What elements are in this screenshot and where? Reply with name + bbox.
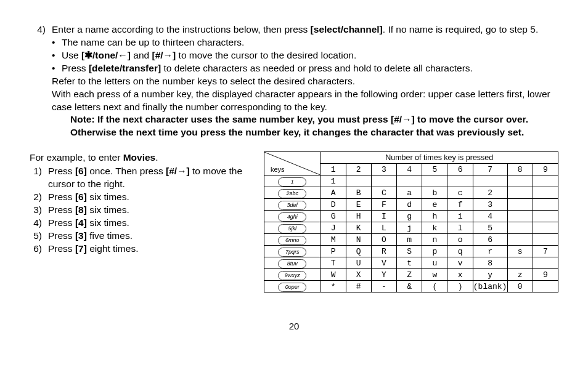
table-header-row: keys Number of times key is pressed: [264, 152, 558, 164]
example-step-body: Press [8] six times.: [48, 204, 264, 217]
b2b: [✱/tone/←]: [81, 50, 131, 60]
col-header: 5: [422, 164, 447, 175]
char-cell: [533, 199, 558, 211]
char-cell: A: [321, 187, 346, 199]
char-cell: [533, 222, 558, 234]
char-cell: [397, 175, 422, 187]
key-cell: 4ghi: [264, 211, 321, 222]
char-table: keys Number of times key is pressed 1234…: [264, 151, 558, 292]
char-cell: t: [397, 257, 422, 269]
key-pill: 3def: [278, 201, 306, 210]
ex-ia: For example, to enter: [30, 152, 123, 163]
key-pill: 8tuv: [278, 259, 306, 268]
example-step: 6)Press [7] eight times.: [30, 243, 264, 256]
key-cell: 7pqrs: [264, 246, 321, 257]
example-step-num: 1): [30, 165, 48, 191]
char-cell: d: [397, 199, 422, 211]
char-cell: (blank): [473, 281, 507, 292]
table-title: Number of times key is pressed: [321, 152, 558, 164]
char-cell: [507, 211, 533, 222]
table-body: 112abcABCabc23defDEFdef34ghiGHIghi45jklJ…: [264, 175, 558, 292]
b2d: [#/→]: [152, 50, 176, 60]
char-cell: S: [397, 246, 422, 257]
b2c: and: [131, 50, 152, 60]
char-cell: f: [447, 199, 473, 211]
char-cell: O: [371, 234, 396, 246]
char-cell: 3: [473, 199, 507, 211]
key-pill: 7pqrs: [278, 248, 306, 257]
char-cell: [533, 175, 558, 187]
char-cell: F: [371, 199, 396, 211]
example-steps: 1)Press [6] once. Then press [#/→] to mo…: [30, 165, 264, 255]
char-cell: M: [321, 234, 346, 246]
char-cell: #: [346, 281, 371, 292]
refer-line: Refer to the letters on the number keys …: [52, 75, 558, 88]
bullet-dot: •: [52, 62, 62, 75]
key-cell: 3def: [264, 199, 321, 211]
bullet-2-text: Use [✱/tone/←] and [#/→] to move the cur…: [62, 49, 356, 62]
char-cell: [473, 175, 507, 187]
char-cell: s: [507, 246, 533, 257]
s4-l1b: [select/channel]: [311, 24, 383, 34]
char-cell: (: [422, 281, 447, 292]
char-cell: u: [422, 257, 447, 269]
ex-ib: Movies: [123, 152, 156, 163]
char-cell: p: [422, 246, 447, 257]
char-cell: &: [397, 281, 422, 292]
bullet-1: • The name can be up to thirteen charact…: [52, 36, 558, 49]
note-line-2: Otherwise the next time you press the nu…: [70, 126, 558, 139]
press-order-line: With each press of a number key, the dis…: [52, 88, 558, 114]
col-header: 4: [397, 164, 422, 175]
char-cell: y: [473, 269, 507, 281]
note-line-1: Note: If the next character uses the sam…: [70, 113, 558, 126]
char-cell: E: [346, 199, 371, 211]
char-cell: r: [473, 246, 507, 257]
char-cell: J: [321, 222, 346, 234]
example-step-num: 2): [30, 191, 48, 204]
char-cell: j: [397, 222, 422, 234]
key-cell: 8tuv: [264, 257, 321, 269]
char-cell: U: [346, 257, 371, 269]
char-cell: v: [447, 257, 473, 269]
char-cell: w: [422, 269, 447, 281]
char-cell: 1: [321, 175, 346, 187]
key-pill: 4ghi: [278, 212, 306, 222]
char-cell: [447, 175, 473, 187]
example-step-body: Press [6] once. Then press [#/→] to move…: [48, 165, 264, 191]
char-cell: K: [346, 222, 371, 234]
char-cell: P: [321, 246, 346, 257]
char-cell: 9: [533, 269, 558, 281]
step-4-number: 4): [30, 23, 52, 139]
key-pill: 6mno: [278, 236, 306, 245]
bullet-3-text: Press [delete/transfer] to delete charac…: [62, 62, 473, 75]
example-step-body: Press [7] eight times.: [48, 243, 264, 256]
char-cell: 2: [473, 187, 507, 199]
char-cell: l: [447, 222, 473, 234]
char-cell: G: [321, 211, 346, 222]
key-cell: 1: [264, 175, 321, 187]
char-cell: [533, 211, 558, 222]
char-cell: Y: [371, 269, 396, 281]
key-cell: 9wxyz: [264, 269, 321, 281]
example-step: 5)Press [3] five times.: [30, 230, 264, 243]
b2e: to move the cursor to the desired locati…: [176, 50, 356, 60]
col-header: 6: [447, 164, 473, 175]
col-header: 1: [321, 164, 346, 175]
char-cell: c: [447, 187, 473, 199]
char-cell: I: [371, 211, 396, 222]
example-step-num: 3): [30, 204, 48, 217]
char-cell: H: [346, 211, 371, 222]
table-row: 2abcABCabc2: [264, 187, 558, 199]
bullet-2: • Use [✱/tone/←] and [#/→] to move the c…: [52, 49, 558, 62]
example-column: For example, to enter Movies. 1)Press [6…: [30, 151, 264, 292]
example-step: 4)Press [4] six times.: [30, 217, 264, 230]
char-cell: 4: [473, 211, 507, 222]
col-header: 2: [346, 164, 371, 175]
char-cell: Z: [397, 269, 422, 281]
key-cell: 6mno: [264, 234, 321, 246]
s4-l1c: . If no name is required, go to step 5.: [383, 24, 538, 34]
example-step: 1)Press [6] once. Then press [#/→] to mo…: [30, 165, 264, 191]
char-cell: [533, 234, 558, 246]
key-pill: 5jkl: [278, 224, 306, 233]
char-cell: B: [346, 187, 371, 199]
